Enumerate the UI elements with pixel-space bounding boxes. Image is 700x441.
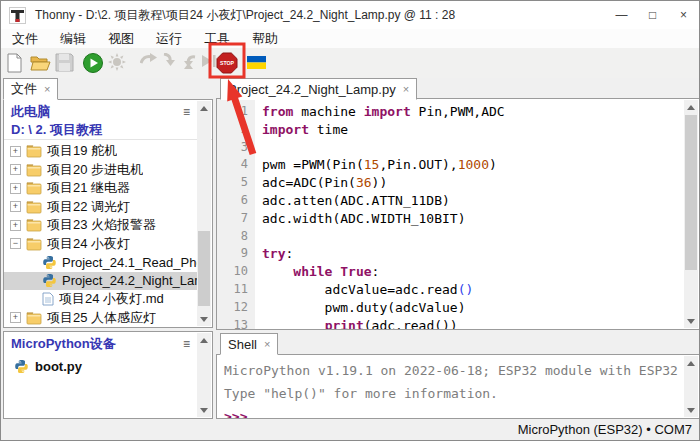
panel-menu-icon[interactable]: ≡: [183, 105, 190, 119]
code-line[interactable]: adc.atten(ADC.ATTN_11DB): [262, 192, 684, 210]
save-file-button[interactable]: [55, 53, 75, 73]
code-line[interactable]: while True:: [262, 263, 684, 281]
folder-icon: [26, 181, 42, 195]
tree-item[interactable]: Project_24.2_Night_Lamp.py: [4, 272, 197, 291]
scroll-up-icon[interactable]: [684, 356, 698, 370]
tree-item[interactable]: +项目22 调光灯: [4, 198, 197, 217]
expander-plus-icon[interactable]: +: [10, 220, 21, 231]
close-tab-icon[interactable]: ×: [403, 84, 409, 95]
tree-item-label: 项目21 继电器: [47, 179, 130, 197]
tree-item[interactable]: 项目24 小夜灯.md: [4, 290, 197, 309]
shell-output[interactable]: MicroPython v1.19.1 on 2022-06-18; ESP32…: [217, 355, 684, 418]
stop-restart-button[interactable]: STOP: [216, 52, 236, 72]
code-line[interactable]: pwm.duty(adcValue): [262, 299, 684, 317]
tree-item[interactable]: +项目25 人体感应灯: [4, 309, 197, 328]
open-file-button[interactable]: [30, 53, 50, 73]
menu-item[interactable]: 帮助: [241, 29, 289, 48]
menu-item[interactable]: 工具: [193, 29, 241, 48]
toolbar: STOP: [1, 48, 699, 78]
panel-menu-icon[interactable]: ≡: [183, 337, 190, 351]
device-file-list: boot.py: [4, 357, 212, 375]
files-scrollbar[interactable]: [197, 101, 211, 326]
tab-files-label: 文件: [11, 80, 37, 98]
device-file-item[interactable]: boot.py: [4, 357, 212, 375]
menu-item[interactable]: 文件: [1, 29, 49, 48]
debug-script-button[interactable]: [108, 53, 128, 73]
tree-item-label: 项目24 小夜灯.md: [59, 290, 164, 308]
scroll-down-icon[interactable]: [684, 314, 698, 328]
close-button[interactable]: ×: [668, 1, 699, 29]
menu-bar: 文件编辑视图运行工具帮助: [1, 29, 699, 48]
tree-item[interactable]: +项目20 步进电机: [4, 161, 197, 180]
tree-item[interactable]: +项目21 继电器: [4, 179, 197, 198]
code-editor[interactable]: 12345678910111213 from machine import Pi…: [216, 98, 700, 330]
backend-status[interactable]: MicroPython (ESP32) • COM7: [518, 422, 692, 437]
ukraine-flag-icon[interactable]: [247, 56, 267, 76]
tree-item[interactable]: +项目23 火焰报警器: [4, 216, 197, 235]
scroll-down-icon[interactable]: [197, 312, 211, 326]
code-line[interactable]: pwm =PWM(Pin(15,Pin.OUT),1000): [262, 156, 684, 174]
expander-plus-icon[interactable]: +: [10, 146, 21, 157]
code-line[interactable]: adcValue=adc.read(): [262, 281, 684, 299]
code-line[interactable]: print(adc.read()): [262, 317, 684, 329]
scrollbar-thumb[interactable]: [685, 115, 697, 270]
code-area[interactable]: from machine import Pin,PWM,ADCimport ti…: [255, 99, 684, 329]
title-bar[interactable]: Thonny - D:\2. 项目教程\项目24 小夜灯\Project_24.…: [1, 1, 699, 29]
tree-item-label: Project_24.2_Night_Lamp.py: [62, 273, 197, 288]
scroll-down-icon[interactable]: [684, 403, 698, 417]
line-number: 5: [217, 174, 255, 192]
shell-panel[interactable]: MicroPython v1.19.1 on 2022-06-18; ESP32…: [216, 354, 700, 419]
shell-output-line: MicroPython v1.19.1 on 2022-06-18; ESP32…: [224, 359, 684, 382]
scroll-up-icon[interactable]: [197, 333, 211, 347]
folder-icon: [26, 237, 42, 251]
code-line[interactable]: import time: [262, 121, 684, 139]
tree-item[interactable]: +项目19 舵机: [4, 142, 197, 161]
code-line[interactable]: from machine import Pin,PWM,ADC: [262, 103, 684, 121]
tree-item[interactable]: −项目24 小夜灯: [4, 235, 197, 254]
step-into-button[interactable]: [161, 53, 181, 73]
expander-plus-icon[interactable]: +: [10, 201, 21, 212]
scrollbar-thumb[interactable]: [198, 231, 210, 306]
expander-plus-icon[interactable]: +: [10, 183, 21, 194]
tab-shell-label: Shell: [228, 337, 257, 352]
line-number: 12: [217, 299, 255, 317]
menu-item[interactable]: 运行: [145, 29, 193, 48]
scroll-down-icon[interactable]: [197, 403, 211, 417]
code-line[interactable]: [262, 228, 684, 246]
line-number: 6: [217, 192, 255, 210]
tab-editor[interactable]: Project_24.2_Night_Lamp.py ×: [220, 78, 417, 100]
code-line[interactable]: [262, 139, 684, 157]
close-tab-icon[interactable]: ×: [264, 339, 270, 350]
step-over-button[interactable]: [140, 53, 160, 73]
code-line[interactable]: adc=ADC(Pin(36)): [262, 174, 684, 192]
line-number: 8: [217, 228, 255, 246]
step-out-button[interactable]: [181, 53, 201, 73]
python-icon: [42, 255, 57, 270]
close-tab-icon[interactable]: ×: [44, 84, 50, 95]
minimize-button[interactable]: —: [606, 1, 637, 29]
shell-scrollbar[interactable]: [684, 356, 698, 417]
menu-item[interactable]: 视图: [97, 29, 145, 48]
code-line[interactable]: try:: [262, 245, 684, 263]
code-line[interactable]: adc.width(ADC.WIDTH_10BIT): [262, 210, 684, 228]
run-script-button[interactable]: [83, 53, 103, 73]
device-panel-header[interactable]: MicroPython设备: [11, 335, 116, 353]
tree-item[interactable]: Project_24.1_Read_Photosensor.py: [4, 253, 197, 272]
expander-minus-icon[interactable]: −: [10, 238, 21, 249]
editor-scrollbar[interactable]: [684, 100, 698, 328]
tab-files[interactable]: 文件 ×: [3, 78, 58, 100]
current-path[interactable]: D: \ 2. 项目教程: [4, 121, 212, 140]
tab-shell[interactable]: Shell ×: [220, 333, 278, 355]
menu-item[interactable]: 编辑: [49, 29, 97, 48]
folder-icon: [26, 200, 42, 214]
tree-item-label: 项目23 火焰报警器: [47, 216, 156, 234]
maximize-button[interactable]: □: [637, 1, 668, 29]
scroll-up-icon[interactable]: [684, 100, 698, 114]
new-file-button[interactable]: [6, 53, 26, 73]
expander-plus-icon[interactable]: +: [10, 312, 21, 323]
device-scrollbar[interactable]: [197, 333, 211, 417]
thonny-logo-icon: [9, 7, 26, 24]
expander-plus-icon[interactable]: +: [10, 164, 21, 175]
scroll-up-icon[interactable]: [197, 101, 211, 115]
this-computer-label[interactable]: 此电脑: [11, 103, 50, 121]
